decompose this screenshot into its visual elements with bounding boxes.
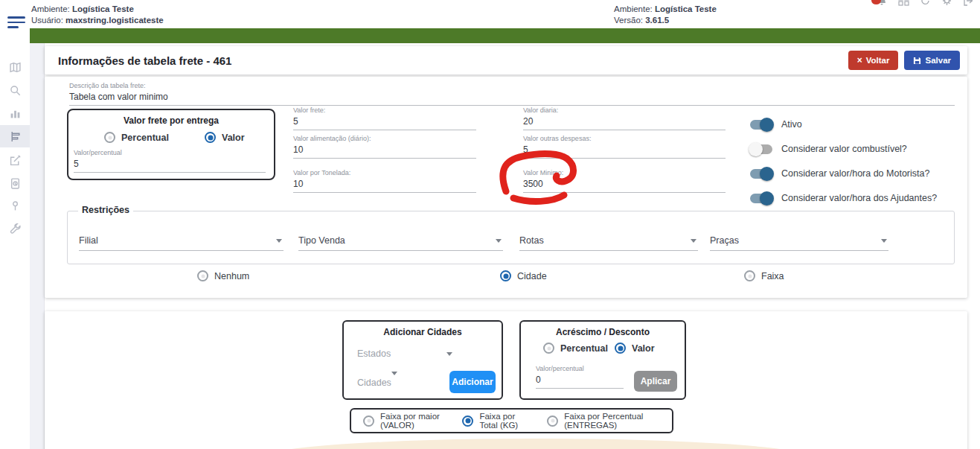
ajuste-valor-input[interactable]: 0 xyxy=(536,375,624,389)
radio-faixa-percentual-entregas[interactable]: Faixa por Percentual (ENTREGAS) xyxy=(547,412,660,430)
env-label: Ambiente: xyxy=(31,4,70,13)
descricao-input[interactable]: Tabela com valor minimo xyxy=(69,92,955,106)
left-sidebar xyxy=(0,43,30,449)
restricoes-title: Restrições xyxy=(78,205,133,215)
radio-circle[interactable] xyxy=(744,270,755,281)
sidebar-item-reports[interactable] xyxy=(0,102,30,124)
adicionar-cidades-box: Adicionar Cidades Estados Cidades Adicio… xyxy=(342,320,503,400)
content-gutter xyxy=(30,43,45,449)
radio-circle[interactable] xyxy=(500,270,511,281)
motorista-toggle[interactable] xyxy=(750,169,772,179)
rotas-dropdown[interactable]: Rotas xyxy=(519,235,698,251)
sidebar-item-search[interactable] xyxy=(0,79,30,101)
radio-ajuste-percentual[interactable]: Percentual xyxy=(543,343,608,354)
toggle-row-ajudantes: Considerar valor/hora dos Ajudantes? xyxy=(750,193,937,203)
tipo-venda-dropdown[interactable]: Tipo Venda xyxy=(298,235,503,251)
acrescimo-title: Acréscimo / Desconto xyxy=(521,327,685,337)
radio-circle[interactable] xyxy=(197,270,208,281)
radio-entrega-valor[interactable]: Valor xyxy=(205,132,245,143)
descricao-label: Descrição da tabela frete: xyxy=(69,82,955,89)
bell-icon[interactable] xyxy=(876,0,888,7)
title-card: Informações de tabela frete - 461 × Volt… xyxy=(45,46,967,74)
valor-alimentacao-input[interactable]: 10 xyxy=(293,144,476,159)
valor-frete-field: Valor frete: 5 xyxy=(293,106,476,130)
radio-circle[interactable] xyxy=(547,415,558,427)
logout-icon[interactable] xyxy=(963,0,974,7)
radio-nenhum[interactable]: Nenhum xyxy=(197,270,249,281)
version-label: Versão: xyxy=(614,16,643,25)
filial-dropdown[interactable]: Filial xyxy=(79,235,284,251)
adicionar-button[interactable]: Adicionar xyxy=(449,371,496,393)
sidebar-item-map[interactable] xyxy=(0,56,30,78)
valor-tonelada-input[interactable]: 10 xyxy=(293,179,476,193)
chevron-down-icon xyxy=(496,239,502,243)
chevron-down-icon xyxy=(391,372,397,388)
document-icon xyxy=(10,178,21,189)
hamburger-menu-icon[interactable] xyxy=(7,16,25,28)
radio-circle[interactable] xyxy=(363,415,374,427)
toggle-row-motorista: Considerar valor/hora do Motorista? xyxy=(750,168,929,179)
ativo-toggle[interactable] xyxy=(750,120,772,130)
salvar-button[interactable]: Salvar xyxy=(904,51,960,70)
radio-circle[interactable] xyxy=(104,132,115,143)
cidades-dropdown[interactable]: Cidades xyxy=(357,375,441,392)
sidebar-item-tools[interactable] xyxy=(0,217,30,239)
voltar-label: Voltar xyxy=(866,56,890,65)
close-icon: × xyxy=(857,55,862,66)
valor-outras-despesas-input[interactable]: 5 xyxy=(523,144,726,159)
cities-card: Adicionar Cidades Estados Cidades Adicio… xyxy=(45,311,967,449)
radio-ajuste-valor[interactable]: Valor xyxy=(615,343,655,354)
valor-minimo-input[interactable]: 3500 xyxy=(523,179,726,193)
green-accent-bar xyxy=(30,28,980,43)
ajudantes-toggle[interactable] xyxy=(750,194,772,203)
chevron-down-icon xyxy=(691,239,696,243)
radio-circle[interactable] xyxy=(615,343,626,354)
entrega-valor-input[interactable]: 5 xyxy=(74,159,266,173)
env2-label: Ambiente: xyxy=(614,4,653,13)
faixa-radio-group: Faixa por maior (VALOR) Faixa por Total … xyxy=(350,408,673,433)
radio-circle[interactable] xyxy=(462,415,473,427)
valor-tonelada-field: Valor por Tonelada: 10 xyxy=(293,169,476,193)
salvar-label: Salvar xyxy=(925,56,951,65)
ajuste-valor-field: Valor/percentual 0 xyxy=(536,365,624,389)
version-value: 3.61.5 xyxy=(645,16,669,25)
toggle-row-ativo: Ativo xyxy=(750,119,802,130)
user-label: Usuário: xyxy=(31,16,63,25)
valor-diaria-input[interactable]: 20 xyxy=(523,116,726,130)
radio-faixa-total-kg[interactable]: Faixa por Total (KG) xyxy=(462,412,532,430)
wrench-icon xyxy=(10,223,21,234)
sidebar-item-edit[interactable] xyxy=(0,149,30,171)
bar-chart-icon xyxy=(10,108,21,119)
sidebar-item-documents[interactable] xyxy=(0,172,30,194)
combustivel-toggle[interactable] xyxy=(750,144,772,154)
edit-icon xyxy=(10,155,21,166)
valor-frete-input[interactable]: 5 xyxy=(293,116,476,130)
radio-faixa[interactable]: Faixa xyxy=(744,270,784,281)
acrescimo-desconto-box: Acréscimo / Desconto Percentual Valor Va… xyxy=(519,320,686,400)
valor-alimentacao-field: Valor alimentação (diário): 10 xyxy=(293,135,476,159)
voltar-button[interactable]: × Voltar xyxy=(848,51,899,70)
pracas-dropdown[interactable]: Praças xyxy=(710,235,888,251)
entrega-valor-field: Valor/percentual 5 xyxy=(74,149,266,173)
sidebar-item-locations[interactable] xyxy=(0,194,30,217)
environment-user-info: Ambiente: Logística Teste Usuário: maxst… xyxy=(31,4,164,26)
valor-minimo-field: Valor Minimo: 3500 xyxy=(523,169,726,193)
aplicar-button[interactable]: Aplicar xyxy=(634,371,677,392)
radio-faixa-maior-valor[interactable]: Faixa por maior (VALOR) xyxy=(363,412,447,430)
radio-entrega-percentual[interactable]: Percentual xyxy=(104,132,169,143)
toggle-row-combustivel: Considerar valor combustível? xyxy=(750,144,907,154)
refresh-icon[interactable] xyxy=(920,0,931,7)
gear-icon[interactable] xyxy=(941,0,952,7)
entrega-box-title: Valor frete por entrega xyxy=(68,115,274,126)
radio-circle[interactable] xyxy=(205,132,216,143)
radio-cidade[interactable]: Cidade xyxy=(500,270,547,281)
radio-circle[interactable] xyxy=(543,343,554,354)
page-title: Informações de tabela frete - 461 xyxy=(58,54,231,67)
descricao-field: Descrição da tabela frete: Tabela com va… xyxy=(69,82,955,106)
estados-dropdown[interactable]: Estados xyxy=(357,348,454,359)
restricoes-fieldset: Restrições Filial Tipo Venda Rotas Praça… xyxy=(67,211,955,264)
grid-icon[interactable] xyxy=(898,0,909,7)
sidebar-item-freight-tables[interactable] xyxy=(0,125,30,147)
header-icon-bar xyxy=(876,0,974,7)
env-value: Logística Teste xyxy=(72,4,134,13)
